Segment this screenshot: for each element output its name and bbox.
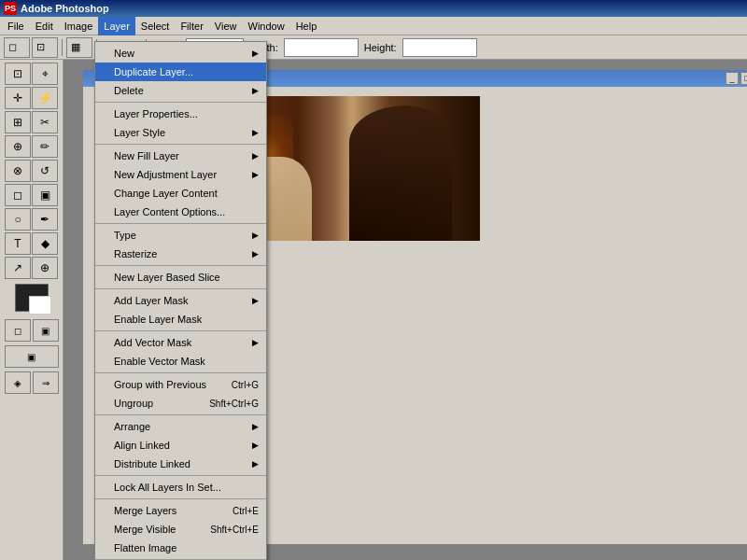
menu-rasterize[interactable]: Rasterize ▶ [95, 245, 266, 263]
menu-edit[interactable]: Edit [30, 17, 59, 35]
menu-enable-layer-mask[interactable]: Enable Layer Mask [95, 310, 266, 329]
menu-change-layer-content[interactable]: Change Layer Content [95, 184, 266, 203]
menu-layer-content-options[interactable]: Layer Content Options... [95, 203, 266, 221]
menu-type[interactable]: Type ▶ [95, 226, 266, 245]
imageready[interactable]: ◈ [5, 371, 31, 394]
shortcut-shft-ctrl-g: Shft+Ctrl+G [209, 399, 259, 409]
tool-lasso[interactable]: ⌖ [32, 63, 58, 85]
doc-minimize-button[interactable]: _ [726, 72, 739, 85]
menu-help[interactable]: Help [290, 17, 323, 35]
toolbar-btn-2[interactable]: ⊡ [32, 37, 58, 58]
height-label: Height: [360, 42, 401, 53]
menu-section-properties: Layer Properties... Layer Style ▶ [95, 103, 266, 145]
foreground-color[interactable] [15, 284, 49, 312]
shortcut-ctrl-g: Ctrl+G [232, 380, 259, 390]
arrow-icon: ▶ [252, 441, 259, 450]
menu-new-layer-based-slice[interactable]: New Layer Based Slice [95, 268, 266, 287]
tool-history[interactable]: ↺ [32, 160, 58, 182]
arrow-icon: ▶ [252, 49, 259, 58]
arrow-icon: ▶ [252, 296, 259, 305]
menu-delete[interactable]: Delete ▶ [95, 81, 266, 100]
tool-heal[interactable]: ⊕ [5, 135, 31, 158]
tool-pen[interactable]: ✒ [32, 208, 58, 231]
toolbar-btn-1[interactable]: ◻ [4, 37, 30, 58]
tool-shape[interactable]: ◆ [32, 232, 58, 255]
tool-move[interactable]: ✛ [5, 87, 31, 109]
menu-section-vector-mask: Add Vector Mask ▶ Enable Vector Mask [95, 331, 266, 373]
menu-file[interactable]: File [2, 17, 30, 35]
menu-layer-properties[interactable]: Layer Properties... [95, 105, 266, 123]
toolbar-btn-3[interactable]: ▦ [66, 37, 92, 58]
title-bar: PS Adobe Photoshop [0, 0, 747, 17]
menu-section-lock: Lock All Layers In Set... [95, 476, 266, 499]
menu-ungroup[interactable]: Ungroup Shft+Ctrl+G [95, 394, 266, 413]
arrow-icon: ▶ [252, 422, 259, 431]
menu-group-with-previous[interactable]: Group with Previous Ctrl+G [95, 375, 266, 394]
standard-mode[interactable]: ▣ [33, 319, 59, 342]
arrow-icon: ▶ [252, 170, 259, 179]
menu-distribute-linked[interactable]: Distribute Linked ▶ [95, 455, 266, 473]
menu-merge-visible[interactable]: Merge Visible Shft+Ctrl+E [95, 520, 266, 539]
shortcut-ctrl-e: Ctrl+E [233, 506, 259, 516]
menu-new-fill-layer[interactable]: New Fill Layer ▶ [95, 147, 266, 165]
menu-section-basic: New ▶ Duplicate Layer... Delete ▶ [95, 42, 266, 103]
menu-lock-all-layers[interactable]: Lock All Layers In Set... [95, 478, 266, 497]
arrow-icon: ▶ [252, 86, 259, 95]
layer-dropdown-menu: New ▶ Duplicate Layer... Delete ▶ Layer … [94, 41, 267, 560]
arrow-icon: ▶ [252, 249, 259, 259]
app-title: Adobe Photoshop [21, 3, 109, 14]
menu-section-fill: New Fill Layer ▶ New Adjustment Layer ▶ … [95, 145, 266, 224]
menu-add-vector-mask[interactable]: Add Vector Mask ▶ [95, 333, 266, 352]
tool-eraser[interactable]: ◻ [5, 184, 31, 206]
left-tool-panel: ⊡ ⌖ ✛ ⚡ ⊞ ✂ ⊕ ✏ ⊗ ↺ ◻ ▣ ○ ✒ T ◆ ↗ ⊕ ◻ ▣ [0, 60, 63, 560]
tool-direct-select[interactable]: ↗ [5, 257, 31, 279]
background-color[interactable] [29, 296, 51, 315]
app-icon: PS [4, 2, 17, 15]
screen-mode[interactable]: ▣ [5, 345, 59, 368]
tool-type[interactable]: T [5, 232, 31, 255]
menu-view[interactable]: View [209, 17, 243, 35]
arrow-icon: ▶ [252, 338, 259, 347]
menu-filter[interactable]: Filter [175, 17, 208, 35]
tool-slice[interactable]: ✂ [32, 111, 58, 133]
tool-stamp[interactable]: ⊗ [5, 160, 31, 182]
menu-flatten-image[interactable]: Flatten Image [95, 539, 266, 557]
menu-align-linked[interactable]: Align Linked ▶ [95, 436, 266, 455]
menu-section-type: Type ▶ Rasterize ▶ [95, 224, 266, 266]
menu-duplicate-layer[interactable]: Duplicate Layer... [95, 63, 266, 81]
menu-bar: File Edit Image Layer Select Filter View… [0, 17, 747, 35]
menu-select[interactable]: Select [135, 17, 176, 35]
arrow-icon: ▶ [252, 151, 259, 161]
menu-section-arrange: Arrange ▶ Align Linked ▶ Distribute Link… [95, 415, 266, 476]
tool-zoom[interactable]: ⊕ [32, 257, 58, 279]
width-input[interactable] [284, 38, 359, 57]
menu-enable-vector-mask[interactable]: Enable Vector Mask [95, 352, 266, 371]
tool-gradient[interactable]: ▣ [32, 184, 58, 206]
document-controls: _ □ × [726, 72, 747, 85]
tool-dodge[interactable]: ○ [5, 208, 31, 231]
shortcut-shft-ctrl-e: Shft+Ctrl+E [210, 525, 259, 535]
menu-merge-layers[interactable]: Merge Layers Ctrl+E [95, 501, 266, 520]
height-input[interactable] [402, 38, 477, 57]
menu-add-layer-mask[interactable]: Add Layer Mask ▶ [95, 291, 266, 310]
menu-layer-style[interactable]: Layer Style ▶ [95, 123, 266, 142]
menu-new[interactable]: New ▶ [95, 44, 266, 63]
arrow-icon: ▶ [252, 128, 259, 137]
arrow-icon: ▶ [252, 231, 259, 240]
menu-section-slice: New Layer Based Slice [95, 266, 266, 289]
menu-layer[interactable]: Layer [98, 17, 135, 35]
arrow-icon: ▶ [252, 459, 259, 469]
doc-maximize-button[interactable]: □ [740, 72, 747, 85]
quick-mask[interactable]: ◻ [5, 319, 31, 342]
jump-to[interactable]: ⇒ [33, 371, 59, 394]
menu-section-merge: Merge Layers Ctrl+E Merge Visible Shft+C… [95, 499, 266, 560]
tool-magic-wand[interactable]: ⚡ [32, 87, 58, 109]
tool-marquee[interactable]: ⊡ [5, 63, 31, 85]
tool-brush[interactable]: ✏ [32, 135, 58, 158]
menu-arrange[interactable]: Arrange ▶ [95, 417, 266, 436]
menu-window[interactable]: Window [243, 17, 290, 35]
tool-crop[interactable]: ⊞ [5, 111, 31, 133]
menu-image[interactable]: Image [59, 17, 99, 35]
toolbar-separator-1 [62, 39, 63, 56]
menu-new-adjustment-layer[interactable]: New Adjustment Layer ▶ [95, 165, 266, 184]
